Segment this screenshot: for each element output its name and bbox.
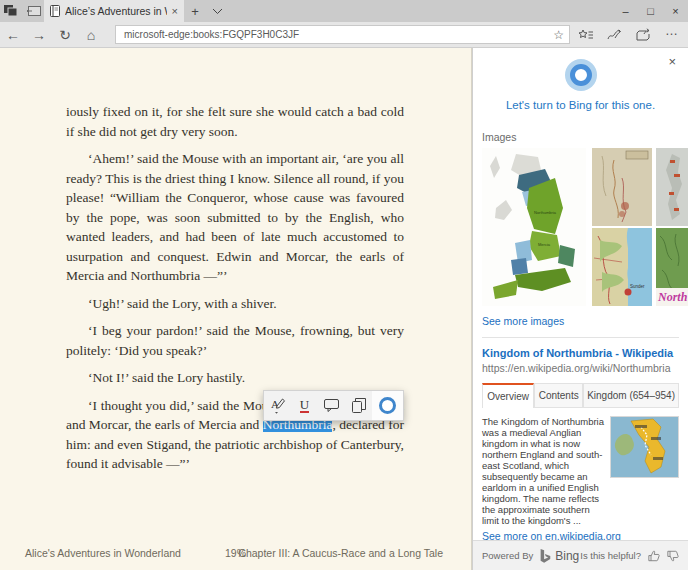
tabs-preview-button[interactable]	[22, 0, 44, 22]
more-options-button[interactable]: …	[660, 23, 684, 47]
chevron-down-icon	[213, 9, 222, 14]
book-text-run: ‘Ahem!’ said the Mouse with an important…	[66, 151, 404, 283]
set-tabs-aside-button[interactable]	[0, 0, 22, 22]
comment-button[interactable]	[318, 391, 345, 420]
selection-toolbar: A U	[263, 390, 404, 421]
image-result-antique-map[interactable]	[592, 148, 652, 226]
bing-logo-icon	[538, 548, 552, 564]
book-footer: Alice's Adventures in Wonderland 19% Cha…	[0, 536, 471, 570]
book-icon	[50, 5, 60, 17]
more-icon: …	[665, 23, 678, 38]
minimize-button[interactable]: –	[613, 0, 638, 22]
copy-button[interactable]	[345, 391, 372, 420]
toolbar-right-buttons: …	[570, 23, 688, 47]
book-text: iously fixed on it, for she felt sure sh…	[66, 102, 404, 482]
comment-icon	[324, 399, 339, 412]
images-section-label: Images	[482, 131, 688, 143]
bing-lookup-panel: × Let's turn to Bing for this one. Image…	[472, 48, 688, 570]
cortana-logo-icon	[570, 64, 592, 86]
tab-dropdown-button[interactable]	[206, 0, 228, 22]
helpful-section: Is this helpful?	[580, 550, 679, 562]
panel-divider	[482, 337, 679, 338]
bing-label: Bing	[555, 549, 579, 563]
underline-icon: U	[300, 398, 309, 413]
book-text-run: ‘Ugh!’ said the Lory, with a shiver.	[88, 296, 277, 311]
ink-notes-button[interactable]	[603, 23, 627, 47]
wiki-tabs: OverviewContentsKingdom (654–954)	[482, 383, 679, 408]
image-result-kingdoms-map[interactable]: Northumbria Mercia	[482, 148, 586, 306]
helpful-label: Is this helpful?	[580, 550, 641, 561]
book-reader-page: iously fixed on it, for she felt sure sh…	[0, 48, 472, 570]
underline-button[interactable]: U	[291, 391, 318, 420]
wiki-result-url: https://en.wikipedia.org/wiki/Northumbri…	[482, 362, 679, 374]
window-controls: – □ ×	[613, 0, 688, 22]
see-more-images-link[interactable]: See more images	[482, 315, 688, 327]
powered-by-label: Powered By	[482, 550, 533, 561]
ask-cortana-button[interactable]	[372, 391, 403, 420]
book-paragraph: iously fixed on it, for she felt sure sh…	[66, 102, 404, 141]
book-text-run: ‘Not I!’ said the Lory hastily.	[88, 370, 245, 385]
wiki-thumbnail[interactable]	[610, 416, 679, 478]
hub-icon	[578, 29, 594, 41]
book-paragraph: ‘Ahem!’ said the Mouse with an important…	[66, 149, 404, 286]
svg-text:North: North	[657, 290, 688, 304]
wiki-tab-contents[interactable]: Contents	[534, 383, 583, 408]
favorites-hub-button[interactable]	[574, 23, 598, 47]
book-text-run: ‘I beg your pardon!’ said the Mouse, fro…	[66, 323, 404, 358]
navigation-toolbar: ← → ↻ ⌂ microsoft-edge:books:FGQPF3H0C3J…	[0, 22, 688, 48]
wiki-overview-text: The Kingdom of Northumbria was a medieva…	[482, 416, 605, 526]
thumbs-down-icon[interactable]	[667, 550, 679, 562]
pen-icon	[607, 29, 623, 41]
tab-bar: Alice’s Adventures in W × + – □ ×	[0, 0, 688, 22]
svg-text:Mercia: Mercia	[538, 242, 551, 247]
panel-footer: Powered By Bing Is this helpful?	[473, 540, 688, 570]
copy-icon	[352, 398, 366, 413]
wiki-result-title[interactable]: Kingdom of Northumbria - Wikipedia	[482, 347, 679, 359]
browser-tab-active[interactable]: Alice’s Adventures in W ×	[44, 0, 184, 22]
book-text-run: iously fixed on it, for she felt sure sh…	[66, 104, 404, 139]
refresh-button[interactable]: ↻	[52, 23, 78, 47]
thumbs-up-icon[interactable]	[648, 550, 660, 562]
tabs-preview-icon	[26, 6, 41, 17]
content-area: iously fixed on it, for she felt sure sh…	[0, 48, 688, 570]
image-results-grid: Northumbria Mercia	[482, 148, 688, 306]
close-button[interactable]: ×	[663, 0, 688, 22]
image-result-gray-map[interactable]	[656, 148, 688, 226]
set-tabs-aside-icon	[4, 5, 18, 17]
highlight-icon: A	[270, 397, 286, 414]
wiki-overview-section: The Kingdom of Northumbria was a medieva…	[482, 416, 679, 526]
back-button[interactable]: ←	[0, 23, 26, 47]
highlight-button[interactable]: A	[264, 391, 291, 420]
favorite-star-icon[interactable]: ☆	[553, 28, 564, 42]
tab-close-icon[interactable]: ×	[172, 5, 178, 17]
new-tab-button[interactable]: +	[184, 0, 206, 22]
share-icon	[636, 28, 651, 41]
book-paragraph: ‘Not I!’ said the Lory hastily.	[66, 368, 404, 388]
image-result-topographic-map[interactable]: Sunder	[592, 228, 652, 306]
svg-text:Northumbria: Northumbria	[534, 210, 557, 215]
browser-window: Alice’s Adventures in W × + – □ × ← → ↻ …	[0, 0, 688, 570]
panel-headline: Let's turn to Bing for this one.	[473, 99, 688, 111]
address-url[interactable]: microsoft-edge:books:FGQPF3H0C3JF	[124, 29, 553, 40]
share-button[interactable]	[631, 23, 655, 47]
image-result-relief-map[interactable]: North	[656, 228, 688, 306]
address-bar[interactable]: microsoft-edge:books:FGQPF3H0C3JF ☆	[115, 25, 570, 44]
tab-title: Alice’s Adventures in W	[65, 5, 167, 17]
wiki-tab-overview[interactable]: Overview	[482, 383, 534, 408]
home-button[interactable]: ⌂	[78, 23, 104, 47]
svg-text:Sunder: Sunder	[630, 284, 645, 289]
book-paragraph: ‘I beg your pardon!’ said the Mouse, fro…	[66, 321, 404, 360]
maximize-button[interactable]: □	[638, 0, 663, 22]
book-paragraph: ‘Ugh!’ said the Lory, with a shiver.	[66, 294, 404, 314]
chapter-title: Chapter III: A Caucus-Race and a Long Ta…	[238, 547, 443, 559]
cortana-icon	[379, 397, 396, 414]
panel-close-icon[interactable]: ×	[668, 54, 676, 69]
wiki-tab-kingdom-654-954[interactable]: Kingdom (654–954)	[583, 383, 679, 408]
forward-button[interactable]: →	[26, 23, 52, 47]
